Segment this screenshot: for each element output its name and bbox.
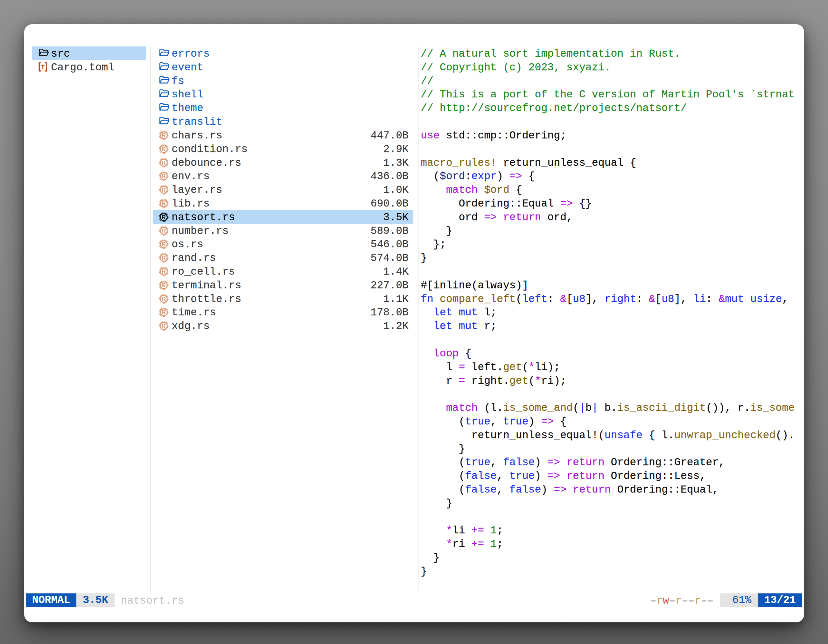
svg-text:R: R	[162, 160, 166, 166]
svg-text:R: R	[162, 146, 166, 152]
svg-text:R: R	[162, 268, 166, 275]
svg-text:R: R	[162, 323, 166, 329]
svg-text:R: R	[162, 201, 166, 207]
svg-text:T: T	[41, 63, 45, 71]
svg-text:R: R	[162, 173, 166, 179]
svg-text:R: R	[162, 255, 166, 261]
svg-text:R: R	[162, 309, 166, 316]
svg-text:R: R	[162, 296, 166, 302]
svg-text:R: R	[162, 227, 166, 234]
svg-text:R: R	[162, 214, 166, 220]
svg-text:R: R	[162, 187, 166, 193]
svg-text:R: R	[162, 132, 166, 138]
svg-text:R: R	[162, 282, 166, 288]
svg-text:R: R	[162, 241, 166, 248]
